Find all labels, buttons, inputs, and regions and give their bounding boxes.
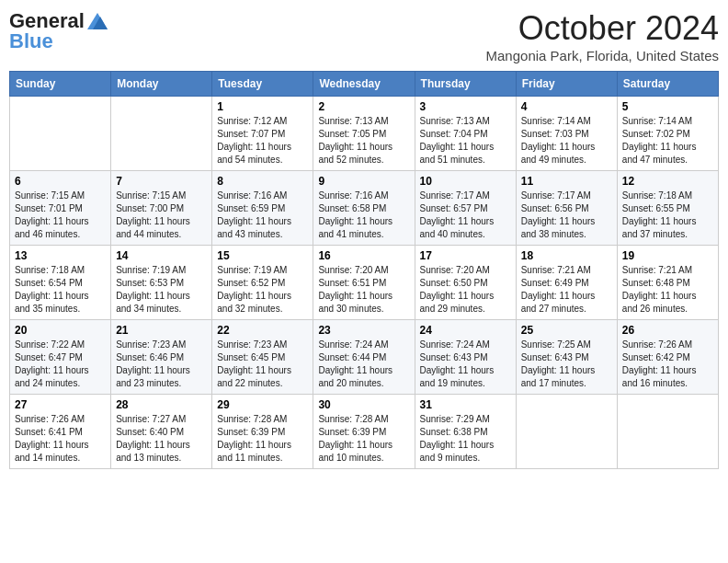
day-number: 11	[521, 175, 612, 188]
day-info: Sunrise: 7:28 AM Sunset: 6:39 PM Dayligh…	[217, 413, 308, 465]
day-cell: 12Sunrise: 7:18 AM Sunset: 6:55 PM Dayli…	[617, 171, 718, 246]
day-number: 8	[217, 175, 308, 188]
day-info: Sunrise: 7:23 AM Sunset: 6:46 PM Dayligh…	[116, 339, 207, 390]
day-info: Sunrise: 7:24 AM Sunset: 6:44 PM Dayligh…	[318, 339, 409, 390]
day-info: Sunrise: 7:18 AM Sunset: 6:54 PM Dayligh…	[15, 264, 106, 316]
day-info: Sunrise: 7:26 AM Sunset: 6:41 PM Dayligh…	[15, 413, 106, 465]
day-info: Sunrise: 7:15 AM Sunset: 7:01 PM Dayligh…	[15, 190, 106, 241]
day-info: Sunrise: 7:20 AM Sunset: 6:51 PM Dayligh…	[318, 264, 409, 316]
week-row-2: 6Sunrise: 7:15 AM Sunset: 7:01 PM Daylig…	[10, 171, 719, 246]
day-number: 5	[622, 100, 713, 113]
day-number: 30	[318, 398, 409, 411]
day-cell: 24Sunrise: 7:24 AM Sunset: 6:43 PM Dayli…	[415, 320, 516, 395]
day-cell: 28Sunrise: 7:27 AM Sunset: 6:40 PM Dayli…	[111, 395, 212, 469]
day-cell: 21Sunrise: 7:23 AM Sunset: 6:46 PM Dayli…	[111, 320, 212, 395]
logo: General Blue	[9, 9, 108, 53]
day-number: 25	[521, 324, 612, 337]
page-header: General Blue October 2024 Mangonia Park,…	[9, 9, 719, 63]
day-cell: 2Sunrise: 7:13 AM Sunset: 7:05 PM Daylig…	[313, 97, 415, 171]
column-header-friday: Friday	[516, 72, 617, 97]
day-info: Sunrise: 7:25 AM Sunset: 6:43 PM Dayligh…	[521, 339, 612, 390]
day-cell: 25Sunrise: 7:25 AM Sunset: 6:43 PM Dayli…	[516, 320, 617, 395]
day-cell: 20Sunrise: 7:22 AM Sunset: 6:47 PM Dayli…	[10, 320, 111, 395]
day-number: 6	[15, 175, 106, 188]
day-cell: 16Sunrise: 7:20 AM Sunset: 6:51 PM Dayli…	[313, 246, 415, 320]
column-header-tuesday: Tuesday	[212, 72, 313, 97]
column-header-saturday: Saturday	[617, 72, 718, 97]
day-number: 9	[318, 175, 409, 188]
day-number: 28	[116, 398, 207, 411]
day-number: 22	[217, 324, 308, 337]
day-cell: 9Sunrise: 7:16 AM Sunset: 6:58 PM Daylig…	[313, 171, 415, 246]
day-number: 10	[420, 175, 511, 188]
day-info: Sunrise: 7:18 AM Sunset: 6:55 PM Dayligh…	[622, 190, 713, 241]
day-info: Sunrise: 7:16 AM Sunset: 6:58 PM Dayligh…	[318, 190, 409, 241]
location: Mangonia Park, Florida, United States	[486, 48, 719, 63]
day-info: Sunrise: 7:24 AM Sunset: 6:43 PM Dayligh…	[420, 339, 511, 390]
day-cell: 14Sunrise: 7:19 AM Sunset: 6:53 PM Dayli…	[111, 246, 212, 320]
day-info: Sunrise: 7:13 AM Sunset: 7:04 PM Dayligh…	[420, 115, 511, 167]
day-number: 3	[420, 100, 511, 113]
day-info: Sunrise: 7:28 AM Sunset: 6:39 PM Dayligh…	[318, 413, 409, 465]
day-number: 26	[622, 324, 713, 337]
column-header-sunday: Sunday	[10, 72, 111, 97]
day-cell: 10Sunrise: 7:17 AM Sunset: 6:57 PM Dayli…	[415, 171, 516, 246]
day-info: Sunrise: 7:23 AM Sunset: 6:45 PM Dayligh…	[217, 339, 308, 390]
day-number: 16	[318, 249, 409, 262]
day-info: Sunrise: 7:26 AM Sunset: 6:42 PM Dayligh…	[622, 339, 713, 390]
day-cell: 31Sunrise: 7:29 AM Sunset: 6:38 PM Dayli…	[415, 395, 516, 469]
week-row-4: 20Sunrise: 7:22 AM Sunset: 6:47 PM Dayli…	[10, 320, 719, 395]
day-cell: 13Sunrise: 7:18 AM Sunset: 6:54 PM Dayli…	[10, 246, 111, 320]
day-cell: 4Sunrise: 7:14 AM Sunset: 7:03 PM Daylig…	[516, 97, 617, 171]
logo-blue: Blue	[9, 29, 53, 53]
day-cell: 27Sunrise: 7:26 AM Sunset: 6:41 PM Dayli…	[10, 395, 111, 469]
day-info: Sunrise: 7:21 AM Sunset: 6:48 PM Dayligh…	[622, 264, 713, 316]
day-number: 15	[217, 249, 308, 262]
day-number: 27	[15, 398, 106, 411]
day-number: 19	[622, 249, 713, 262]
day-cell: 1Sunrise: 7:12 AM Sunset: 7:07 PM Daylig…	[212, 97, 313, 171]
day-info: Sunrise: 7:22 AM Sunset: 6:47 PM Dayligh…	[15, 339, 106, 390]
day-cell	[111, 97, 212, 171]
month-title: October 2024	[486, 9, 719, 48]
day-cell: 29Sunrise: 7:28 AM Sunset: 6:39 PM Dayli…	[212, 395, 313, 469]
day-number: 20	[15, 324, 106, 337]
day-number: 18	[521, 249, 612, 262]
day-cell: 6Sunrise: 7:15 AM Sunset: 7:01 PM Daylig…	[10, 171, 111, 246]
day-cell: 26Sunrise: 7:26 AM Sunset: 6:42 PM Dayli…	[617, 320, 718, 395]
day-info: Sunrise: 7:21 AM Sunset: 6:49 PM Dayligh…	[521, 264, 612, 316]
column-header-wednesday: Wednesday	[313, 72, 415, 97]
day-cell: 22Sunrise: 7:23 AM Sunset: 6:45 PM Dayli…	[212, 320, 313, 395]
day-cell	[10, 97, 111, 171]
day-info: Sunrise: 7:16 AM Sunset: 6:59 PM Dayligh…	[217, 190, 308, 241]
week-row-3: 13Sunrise: 7:18 AM Sunset: 6:54 PM Dayli…	[10, 246, 719, 320]
day-number: 14	[116, 249, 207, 262]
day-number: 21	[116, 324, 207, 337]
week-row-1: 1Sunrise: 7:12 AM Sunset: 7:07 PM Daylig…	[10, 97, 719, 171]
day-cell	[516, 395, 617, 469]
day-info: Sunrise: 7:29 AM Sunset: 6:38 PM Dayligh…	[420, 413, 511, 465]
day-number: 24	[420, 324, 511, 337]
day-info: Sunrise: 7:17 AM Sunset: 6:56 PM Dayligh…	[521, 190, 612, 241]
day-cell: 23Sunrise: 7:24 AM Sunset: 6:44 PM Dayli…	[313, 320, 415, 395]
calendar-table: SundayMondayTuesdayWednesdayThursdayFrid…	[9, 71, 719, 469]
logo-icon	[87, 13, 108, 29]
day-number: 13	[15, 249, 106, 262]
day-cell: 18Sunrise: 7:21 AM Sunset: 6:49 PM Dayli…	[516, 246, 617, 320]
day-number: 23	[318, 324, 409, 337]
day-number: 17	[420, 249, 511, 262]
day-number: 12	[622, 175, 713, 188]
day-info: Sunrise: 7:15 AM Sunset: 7:00 PM Dayligh…	[116, 190, 207, 241]
day-info: Sunrise: 7:13 AM Sunset: 7:05 PM Dayligh…	[318, 115, 409, 167]
day-cell: 7Sunrise: 7:15 AM Sunset: 7:00 PM Daylig…	[111, 171, 212, 246]
day-cell: 3Sunrise: 7:13 AM Sunset: 7:04 PM Daylig…	[415, 97, 516, 171]
day-number: 31	[420, 398, 511, 411]
day-info: Sunrise: 7:19 AM Sunset: 6:53 PM Dayligh…	[116, 264, 207, 316]
calendar-header-row: SundayMondayTuesdayWednesdayThursdayFrid…	[10, 72, 719, 97]
day-cell: 17Sunrise: 7:20 AM Sunset: 6:50 PM Dayli…	[415, 246, 516, 320]
day-info: Sunrise: 7:14 AM Sunset: 7:02 PM Dayligh…	[622, 115, 713, 167]
day-number: 2	[318, 100, 409, 113]
day-number: 7	[116, 175, 207, 188]
title-section: October 2024 Mangonia Park, Florida, Uni…	[486, 9, 719, 63]
day-number: 1	[217, 100, 308, 113]
